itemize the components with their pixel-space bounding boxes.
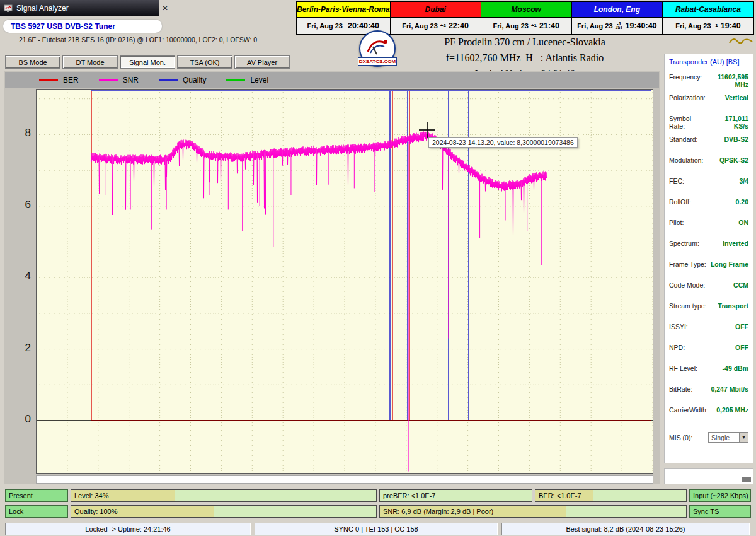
transponder-row: Code Mode: CCM xyxy=(669,281,748,302)
transponder-row: Frequency: 11602,595 MHz xyxy=(669,73,748,94)
transponder-label: CarrierWidth: xyxy=(669,406,708,414)
frequency-station: f=11602,760 MHz_H_ : Atlantis Radio xyxy=(389,50,660,66)
clock-offset: +2 xyxy=(440,24,446,28)
transponder-label: Spectrum: xyxy=(669,240,699,247)
transponder-value: OFF xyxy=(735,323,748,330)
clock-date: Fri, Aug 23 xyxy=(675,22,711,30)
transponder-row: FEC: 3/4 xyxy=(669,177,748,198)
clock-time: Fri, Aug 23 -1 19:40 xyxy=(663,18,753,34)
transponder-value: 0,205 MHz xyxy=(716,406,748,414)
dxsatcs-logo: DXSATCS.COM xyxy=(358,30,397,73)
transponder-value: 0,247 Mbit/s xyxy=(711,385,748,393)
status-bar: Locked -> Uptime: 24:21:46 SYNC 0 | TEI … xyxy=(0,522,756,536)
legend-label: BER xyxy=(63,76,79,84)
transponder-row: RF Level: -49 dBm xyxy=(669,364,748,385)
level-bar: Level: 34% xyxy=(71,489,377,502)
value-tooltip: 2024-08-23 14.13.20, value: 8,3000001907… xyxy=(428,137,578,148)
transponder-label: Pilot: xyxy=(669,219,684,226)
transponder-value: 3/4 xyxy=(739,177,748,185)
legend-label: SNR xyxy=(123,76,139,84)
clock-time-value: 19:40 xyxy=(721,21,741,30)
tuner-name: TBS 5927 USB DVB-S2 Tuner xyxy=(3,20,162,33)
legend-label: Quality xyxy=(183,76,206,84)
signature-icon xyxy=(728,35,753,45)
statusbar-sync-info: SYNC 0 | TEI 153 | CC 158 xyxy=(255,523,498,535)
transponder-label: Frame Type: xyxy=(669,260,706,268)
transponder-row: RollOff: 0.20 xyxy=(669,198,748,219)
transponder-row: CarrierWidth: 0,205 MHz xyxy=(669,406,748,427)
y-axis-tick: 2 xyxy=(4,342,31,354)
clock-city-label: Berlin-Paris-Vienna-Roma xyxy=(297,2,390,18)
transponder-label: RF Level: xyxy=(669,364,697,372)
mis-dropdown[interactable]: Single ▼ xyxy=(708,432,748,443)
chart-scrollbar[interactable] xyxy=(36,475,653,484)
tab-dt-mode[interactable]: DT Mode xyxy=(62,55,118,69)
transponder-label: BitRate: xyxy=(669,385,692,393)
transponder-value: 0.20 xyxy=(736,198,748,206)
signal-plot-area[interactable]: 2024-08-23 14.13.20, value: 8,3000001907… xyxy=(36,89,653,474)
clock-city-label: Dubai xyxy=(391,2,481,18)
transponder-label: Stream type: xyxy=(669,302,707,310)
clock-date: Fri, Aug 23 xyxy=(307,22,343,30)
clock-city-label: Rabat-Casablanca xyxy=(663,2,753,18)
tab-bs-mode[interactable]: BS Mode xyxy=(5,55,60,69)
clock-date: Fri, Aug 23 xyxy=(577,22,612,30)
signal-chart: BER SNR Quality Level 86420 2024-08-23 1… xyxy=(4,71,660,484)
clock-date: Fri, Aug 23 xyxy=(493,22,528,30)
clock-time: Fri, Aug 23 -1JST 19:40:40 xyxy=(572,18,662,34)
quality-bar: Quality: 100% xyxy=(71,505,377,518)
legend-label: Level xyxy=(250,76,268,84)
level-bar-label: Level: 34% xyxy=(71,490,376,501)
legend-item: SNR xyxy=(99,76,139,84)
legend-item: BER xyxy=(39,76,79,84)
legend-item: Quality xyxy=(159,76,206,84)
transponder-label: Modulation: xyxy=(669,156,703,164)
transponder-value: ON xyxy=(738,219,748,226)
lock-indicator: Lock xyxy=(5,505,68,518)
transponder-value: Transport xyxy=(718,302,748,310)
chevron-down-icon: ▼ xyxy=(739,433,748,442)
window-title: Signal Analyzer xyxy=(16,4,69,13)
transponder-value: DVB-S2 xyxy=(724,136,748,143)
y-axis-tick: 4 xyxy=(4,270,31,283)
scroll-thumb[interactable] xyxy=(742,477,751,482)
clock-city-label: Moscow xyxy=(481,2,571,18)
panel-scrollbar[interactable] xyxy=(664,468,753,484)
tab-tsa[interactable]: TSA (OK) xyxy=(177,55,232,69)
transponder-row: Pilot: ON xyxy=(669,219,748,240)
tab-av-player[interactable]: AV Player xyxy=(234,55,290,69)
transponder-label: Code Mode: xyxy=(669,281,705,289)
transponder-label: FEC: xyxy=(669,177,684,185)
clock-column: Rabat-Casablanca Fri, Aug 23 -1 19:40 xyxy=(663,2,753,34)
transponder-row: Polarization: Vertical xyxy=(669,94,748,115)
ber-bar-label: BER: <1.0E-7 xyxy=(536,490,686,501)
mis-value: Single xyxy=(711,434,730,441)
clock-time-value: 20:40:40 xyxy=(348,21,379,30)
transponder-label: NPD: xyxy=(669,344,685,351)
preber-bar-label: preBER: <1.0E-7 xyxy=(380,490,532,501)
clock-time: Fri, Aug 23 +2 22:40 xyxy=(391,18,481,34)
transponder-value: Inverted xyxy=(723,240,748,247)
transponder-row: Stream type: Transport xyxy=(669,302,748,323)
clock-offset: -1JST xyxy=(616,22,623,30)
sync-ts-indicator: Sync TS xyxy=(689,505,751,518)
clock-time-value: 22:40 xyxy=(449,21,469,30)
antenna-location: PF Prodelin 370 cm / Lucenec-Slovakia xyxy=(389,35,660,50)
tuner-details: 21.6E - Eutelsat 21B SES 16 (ID: 0216) @… xyxy=(19,36,257,44)
transponder-panel: Transponder (AU) [BS] Frequency: 11602,5… xyxy=(664,54,753,463)
clock-column: London, Eng Fri, Aug 23 -1JST 19:40:40 xyxy=(572,2,663,34)
y-axis-tick: 0 xyxy=(4,413,31,426)
transponder-value: Vertical xyxy=(725,94,748,102)
transponder-row: ISSYI: OFF xyxy=(669,323,748,344)
transponder-value: -49 dBm xyxy=(723,364,748,372)
close-icon[interactable]: ✕ xyxy=(162,4,168,13)
y-axis: 86420 xyxy=(4,71,33,484)
y-axis-tick: 6 xyxy=(4,199,31,211)
logo-circle: DXSATCS.COM xyxy=(359,30,396,67)
tab-signal-mon[interactable]: Signal Mon. xyxy=(120,55,175,69)
logo-text: DXSATCS.COM xyxy=(358,57,397,66)
legend-color-line xyxy=(99,79,118,81)
ber-bar: BER: <1.0E-7 xyxy=(535,489,687,502)
transponder-row: Modulation: QPSK-S2 xyxy=(669,156,748,177)
transponder-value: OFF xyxy=(735,344,748,351)
